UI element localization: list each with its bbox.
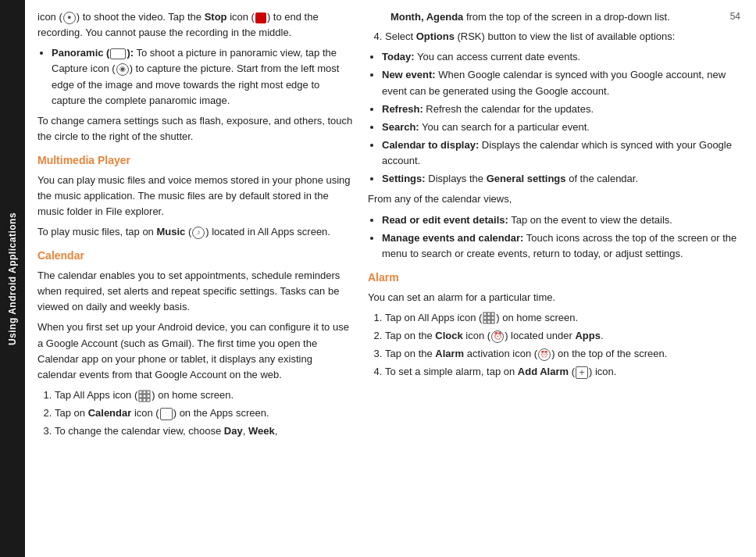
general-settings-label: General settings <box>487 173 566 184</box>
record-icon: ● <box>63 12 76 24</box>
manage-events-label: Manage events and calendar: <box>382 232 523 244</box>
clock-label: Clock <box>435 330 462 341</box>
refresh-item: Refresh: Refresh the calendar for the up… <box>382 102 740 117</box>
month-agenda-label: Month, Agenda <box>390 11 463 23</box>
svg-rect-6 <box>139 398 142 402</box>
calendar-step1: Tap All Apps icon () on home screen. <box>55 387 354 403</box>
week-label: Week <box>248 425 275 437</box>
svg-rect-2 <box>147 391 150 394</box>
step3-continued: Month, Agenda from the top of the screen… <box>368 9 740 25</box>
svg-rect-10 <box>487 312 490 316</box>
panoramic-list: Panoramic (): To shoot a picture in pano… <box>52 45 354 109</box>
cal-display-item: Calendar to display: Displays the calend… <box>382 137 740 169</box>
svg-rect-0 <box>139 391 142 394</box>
today-item: Today: You can access current date event… <box>382 49 740 65</box>
calendar-icon <box>160 408 173 420</box>
svg-rect-3 <box>139 395 142 398</box>
svg-rect-12 <box>483 316 487 320</box>
svg-rect-13 <box>487 316 490 320</box>
cal-display-label: Calendar to display: <box>382 139 479 151</box>
step1-text: Tap All Apps icon () on home screen. <box>55 389 234 401</box>
settings-label: Settings: <box>382 173 426 184</box>
alarm-icon: ⏰ <box>538 348 551 361</box>
stop-label: Stop <box>205 11 227 23</box>
options-label: Options <box>416 30 455 42</box>
svg-rect-7 <box>143 398 146 402</box>
sidebar: Using Android Applications <box>0 0 25 557</box>
refresh-label: Refresh: <box>382 103 423 115</box>
svg-rect-9 <box>483 312 487 316</box>
apps-label: Apps <box>575 330 601 341</box>
intro-para: icon (●) to shoot the video. Tap the Sto… <box>37 9 354 41</box>
new-event-label: New event: <box>382 69 436 80</box>
main-content: icon (●) to shoot the video. Tap the Sto… <box>25 0 756 557</box>
svg-rect-14 <box>491 316 494 320</box>
svg-rect-15 <box>483 320 487 323</box>
alarm-heading: Alarm <box>368 270 740 287</box>
calendar-step2: Tap on Calendar icon () on the Apps scre… <box>55 405 354 421</box>
sidebar-label: Using Android Applications <box>7 212 18 345</box>
svg-rect-8 <box>147 398 150 402</box>
read-edit-item: Read or edit event details: Tap on the e… <box>382 212 740 228</box>
today-label: Today: <box>382 51 415 62</box>
calendar-step3: To change the calendar view, choose Day,… <box>55 423 354 439</box>
calendar-para2: When you first set up your Android devic… <box>37 320 354 383</box>
panoramic-icon <box>110 48 126 59</box>
multimedia-heading: Multimedia Player <box>37 152 354 170</box>
alarm-step4: To set a simple alarm, tap on Add Alarm … <box>385 364 740 380</box>
svg-rect-1 <box>143 391 146 394</box>
add-alarm-label: Add Alarm <box>518 366 569 377</box>
page-number: 54 <box>730 9 740 24</box>
from-any-text: From any of the calendar views, <box>368 191 740 207</box>
calendar-heading: Calendar <box>37 248 354 265</box>
svg-rect-4 <box>143 395 146 398</box>
svg-rect-17 <box>491 320 494 323</box>
all-apps-icon-2 <box>483 312 495 324</box>
svg-rect-16 <box>487 320 490 323</box>
multimedia-para2: To play music files, tap on Music (♪) lo… <box>37 224 354 240</box>
calendar-views-list: Read or edit event details: Tap on the e… <box>382 212 740 262</box>
step4: Select Options (RSK) button to view the … <box>385 29 740 45</box>
panoramic-label: Panoramic (): <box>52 47 134 59</box>
alarm-step2: Tap on the Clock icon (⏰) located under … <box>385 328 740 344</box>
left-column: icon (●) to shoot the video. Tap the Sto… <box>37 9 368 548</box>
right-column: 54 Month, Agenda from the top of the scr… <box>368 9 740 548</box>
search-label: Search: <box>382 121 419 133</box>
capture-icon: ◉ <box>116 63 129 76</box>
music-label: Music <box>156 226 185 237</box>
options-steps: Select Options (RSK) button to view the … <box>385 29 740 45</box>
search-item: Search: You can search for a particular … <box>382 120 740 135</box>
calendar-label: Calendar <box>88 407 132 419</box>
change-camera-text: To change camera settings such as flash,… <box>37 113 354 145</box>
new-event-item: New event: When Google calendar is synce… <box>382 67 740 98</box>
stop-icon <box>255 12 266 23</box>
alarm-step1: Tap on All Apps icon () on home screen. <box>385 310 740 326</box>
read-edit-label: Read or edit event details: <box>382 214 508 226</box>
settings-item: Settings: Displays the General settings … <box>382 171 740 187</box>
continued-steps: Month, Agenda from the top of the screen… <box>368 9 740 25</box>
music-icon: ♪ <box>192 227 205 239</box>
calendar-steps: Tap All Apps icon () on home screen. Tap… <box>55 387 354 439</box>
svg-rect-5 <box>147 395 150 398</box>
add-alarm-icon: + <box>576 366 588 379</box>
clock-icon: ⏰ <box>491 330 504 343</box>
calendar-para1: The calendar enables you to set appointm… <box>37 268 354 315</box>
multimedia-para1: You can play music files and voice memos… <box>37 173 354 220</box>
svg-rect-11 <box>491 312 494 316</box>
day-week-label: Day <box>224 425 243 437</box>
alarm-steps: Tap on All Apps icon () on home screen. … <box>385 310 740 380</box>
options-list: Today: You can access current date event… <box>382 49 740 187</box>
alarm-step3: Tap on the Alarm activation icon (⏰) on … <box>385 346 740 362</box>
all-apps-icon <box>138 390 151 402</box>
alarm-intro: You can set an alarm for a particular ti… <box>368 290 740 305</box>
manage-events-item: Manage events and calendar: Touch icons … <box>382 230 740 262</box>
alarm-label: Alarm <box>435 348 464 359</box>
panoramic-item: Panoramic (): To shoot a picture in pano… <box>52 45 354 109</box>
